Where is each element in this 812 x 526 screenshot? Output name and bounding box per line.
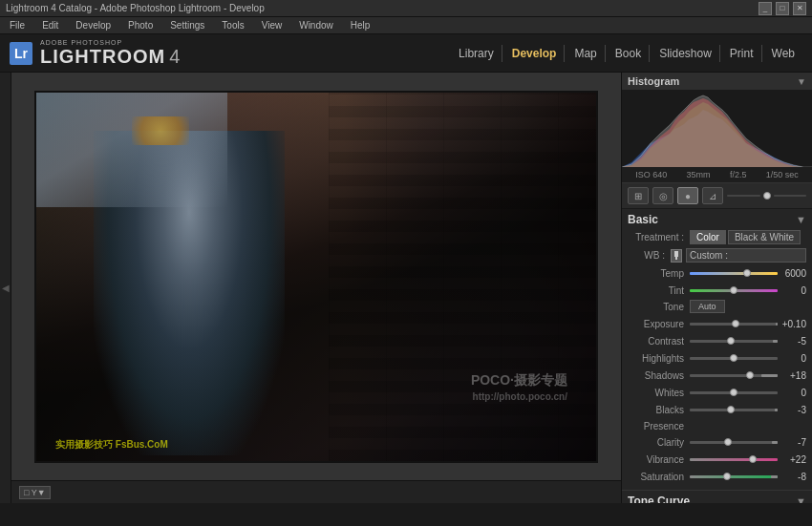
histogram-arrow-icon: ▼ bbox=[797, 76, 806, 87]
highlights-row: Highlights 0 bbox=[628, 350, 806, 366]
menu-window[interactable]: Window bbox=[295, 20, 337, 31]
filmstrip-view-btn[interactable]: □ Y▼ bbox=[19, 486, 51, 499]
redeye-tool[interactable]: ● bbox=[677, 187, 698, 204]
exposure-value: +0.10 bbox=[778, 319, 806, 329]
svg-rect-1 bbox=[675, 257, 677, 260]
crop-tool[interactable]: ⊞ bbox=[628, 187, 649, 204]
aperture-value: f/2.5 bbox=[730, 170, 747, 179]
vibrance-row: Vibrance +22 bbox=[628, 452, 806, 467]
app-name-area: ADOBE PHOTOSHOP LIGHTROOM 4 bbox=[40, 39, 180, 68]
treatment-label: Treatment : bbox=[628, 232, 690, 242]
photo-canvas: POCO·摄影专题 http://photo.poco.cn/ 实用摄影技巧 F… bbox=[11, 73, 621, 480]
exposure-thumb[interactable] bbox=[732, 320, 739, 327]
right-panel: Histogram ▼ ISO 640 35mm f/2.5 bbox=[621, 73, 812, 503]
module-develop[interactable]: Develop bbox=[504, 45, 566, 62]
clarity-value: -7 bbox=[778, 437, 806, 448]
color-button[interactable]: Color bbox=[690, 230, 726, 244]
module-map[interactable]: Map bbox=[566, 45, 605, 62]
menu-view[interactable]: View bbox=[258, 20, 287, 31]
wb-row: WB : Custom : bbox=[628, 248, 806, 263]
whites-label: Whites bbox=[628, 388, 690, 398]
presence-area: Presence bbox=[628, 421, 806, 431]
saturation-row: Saturation -8 bbox=[628, 469, 806, 484]
vibrance-label: Vibrance bbox=[628, 454, 690, 465]
menu-tools[interactable]: Tools bbox=[218, 20, 247, 31]
menu-edit[interactable]: Edit bbox=[38, 20, 62, 31]
adobe-text: ADOBE PHOTOSHOP bbox=[40, 39, 180, 47]
treatment-row: Treatment : Color Black & White bbox=[628, 230, 806, 244]
module-library[interactable]: Library bbox=[451, 45, 502, 62]
tool-row: ⊞ ◎ ● ⊿ bbox=[622, 183, 812, 209]
wb-value[interactable]: Custom : bbox=[686, 248, 806, 263]
whites-row: Whites 0 bbox=[628, 385, 806, 400]
blacks-thumb[interactable] bbox=[727, 406, 735, 413]
left-panel-arrow-icon: ◀ bbox=[2, 283, 10, 293]
histogram-canvas bbox=[622, 91, 812, 167]
temp-value: 6000 bbox=[778, 268, 806, 279]
tone-curve-arrow-icon: ▼ bbox=[796, 495, 806, 503]
temp-label: Temp bbox=[628, 268, 690, 279]
exposure-label: Exposure bbox=[628, 319, 690, 329]
blacks-value: -3 bbox=[778, 405, 806, 415]
minimize-button[interactable]: _ bbox=[759, 2, 772, 15]
histogram-header: Histogram ▼ bbox=[622, 73, 812, 91]
vibrance-thumb[interactable] bbox=[749, 455, 757, 463]
focal-value: 35mm bbox=[687, 170, 711, 179]
title-bar: Lightroom 4 Catalog - Adobe Photoshop Li… bbox=[0, 0, 812, 17]
center-area: POCO·摄影专题 http://photo.poco.cn/ 实用摄影技巧 F… bbox=[11, 73, 621, 503]
blacks-track bbox=[690, 409, 778, 411]
contrast-label: Contrast bbox=[628, 336, 690, 347]
tint-thumb[interactable] bbox=[730, 286, 737, 294]
shadows-thumb[interactable] bbox=[746, 371, 754, 379]
temp-thumb[interactable] bbox=[743, 269, 751, 277]
photo-image: POCO·摄影专题 http://photo.poco.cn/ bbox=[36, 93, 596, 461]
wb-controls: Custom : bbox=[671, 248, 806, 263]
blacks-row: Blacks -3 bbox=[628, 402, 806, 417]
window-title: Lightroom 4 Catalog - Adobe Photoshop Li… bbox=[6, 3, 265, 13]
module-web[interactable]: Web bbox=[764, 45, 802, 62]
menu-photo[interactable]: Photo bbox=[124, 20, 157, 31]
saturation-track bbox=[690, 475, 778, 478]
module-book[interactable]: Book bbox=[608, 45, 650, 62]
menu-settings[interactable]: Settings bbox=[166, 20, 208, 31]
lightroom-version: 4 bbox=[169, 46, 180, 67]
spot-tool[interactable]: ◎ bbox=[652, 187, 673, 204]
bottom-label: 实用摄影技巧 FsBus.CoM bbox=[55, 438, 168, 452]
histogram-section: Histogram ▼ ISO 640 35mm f/2.5 bbox=[622, 73, 812, 183]
module-slideshow[interactable]: Slideshow bbox=[652, 45, 720, 62]
contrast-thumb[interactable] bbox=[727, 337, 735, 345]
exposure-row: Exposure +0.10 bbox=[628, 316, 806, 331]
saturation-thumb[interactable] bbox=[723, 473, 731, 480]
whites-thumb[interactable] bbox=[730, 389, 737, 396]
menu-help[interactable]: Help bbox=[347, 20, 374, 31]
lr-badge: Lr bbox=[10, 42, 32, 65]
tool-slider-area bbox=[727, 192, 806, 200]
menu-file[interactable]: File bbox=[6, 20, 29, 31]
maximize-button[interactable]: □ bbox=[776, 2, 789, 15]
module-nav: Library Develop Map Book Slideshow Print… bbox=[451, 45, 802, 62]
menu-develop[interactable]: Develop bbox=[72, 20, 115, 31]
bw-button[interactable]: Black & White bbox=[728, 230, 801, 244]
saturation-value: -8 bbox=[778, 472, 806, 482]
module-print[interactable]: Print bbox=[722, 45, 762, 62]
tone-curve-header: Tone Curve ▼ bbox=[628, 494, 806, 503]
vibrance-track bbox=[690, 458, 778, 461]
highlights-thumb[interactable] bbox=[730, 354, 737, 362]
vibrance-value: +22 bbox=[778, 454, 806, 465]
highlights-track bbox=[690, 357, 778, 360]
clarity-thumb[interactable] bbox=[724, 438, 732, 446]
tint-track bbox=[690, 289, 778, 292]
window-controls: _ □ ✕ bbox=[759, 2, 806, 15]
gradient-tool[interactable]: ⊿ bbox=[702, 187, 723, 204]
tool-slider-thumb[interactable] bbox=[763, 192, 771, 200]
logo-area: Lr ADOBE PHOTOSHOP LIGHTROOM 4 bbox=[10, 39, 180, 68]
close-button[interactable]: ✕ bbox=[793, 2, 806, 15]
basic-panel: Basic ▼ Treatment : Color Black & White … bbox=[622, 209, 812, 490]
temp-track bbox=[690, 272, 778, 275]
auto-button[interactable]: Auto bbox=[690, 300, 725, 313]
tint-label: Tint bbox=[628, 285, 690, 296]
left-panel-toggle[interactable]: ◀ bbox=[0, 73, 11, 503]
saturation-label: Saturation bbox=[628, 472, 690, 482]
wb-eyedropper-icon[interactable] bbox=[671, 249, 682, 263]
contrast-row: Contrast -5 bbox=[628, 333, 806, 348]
